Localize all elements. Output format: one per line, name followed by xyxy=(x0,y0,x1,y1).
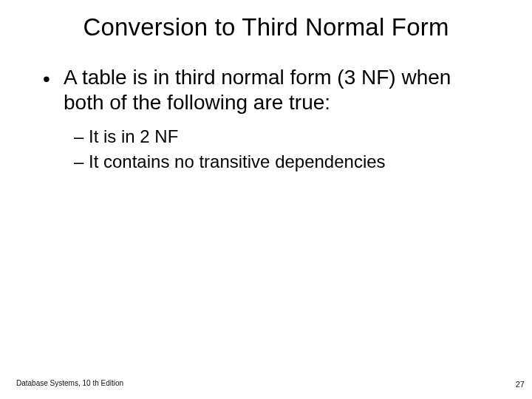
dash-icon: – xyxy=(74,151,89,173)
bullet-item: • A table is in third normal form (3 NF)… xyxy=(43,65,494,115)
sub-bullet-item: – It contains no transitive dependencies xyxy=(74,151,494,173)
bullet-text: A table is in third normal form (3 NF) w… xyxy=(64,65,494,115)
sub-bullet-list: – It is in 2 NF – It contains no transit… xyxy=(74,126,494,173)
slide-body: • A table is in third normal form (3 NF)… xyxy=(43,65,494,176)
sub-bullet-item: – It is in 2 NF xyxy=(74,126,494,148)
sub-bullet-text: It contains no transitive dependencies xyxy=(89,151,386,173)
page-number: 27 xyxy=(516,380,525,389)
sub-bullet-text: It is in 2 NF xyxy=(89,126,178,148)
dash-icon: – xyxy=(74,126,89,148)
footer-source: Database Systems, 10 th Edition xyxy=(16,379,123,387)
slide-title: Conversion to Third Normal Form xyxy=(0,13,532,41)
bullet-marker: • xyxy=(43,65,64,92)
slide: Conversion to Third Normal Form • A tabl… xyxy=(0,0,532,399)
